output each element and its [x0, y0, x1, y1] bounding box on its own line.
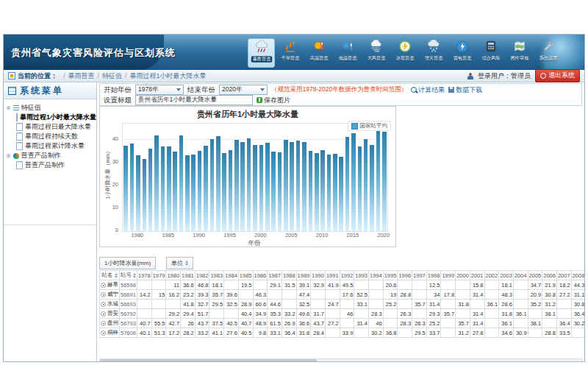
nav-item-drought[interactable]: 干旱普查: [276, 38, 304, 68]
menu-item-1h-max-precip[interactable]: 暴雨过程1小时最大降水量: [6, 113, 94, 122]
value-cell: 32.5: [224, 300, 239, 309]
row-expand-icon[interactable]: [101, 292, 106, 297]
value-cell: 40.4: [238, 309, 253, 319]
table-row: 水城5669341.832.729.532.528.960.644.632.52…: [100, 300, 585, 309]
nav-item-wind[interactable]: 大风普查: [362, 38, 390, 68]
value-cell: 41.8: [181, 300, 196, 309]
nav-item-lowtemp[interactable]: 低温普查: [334, 38, 361, 68]
row-expand-icon[interactable]: [101, 311, 106, 316]
table-row: 威宁5669114.21516.223.239.335.739.646.347.…: [100, 290, 585, 300]
expand-icon[interactable]: ⊕: [6, 153, 11, 159]
station-name-cell[interactable]: 桐梓: [100, 328, 120, 338]
breadcrumb-separator: /: [125, 72, 127, 79]
bar: [167, 146, 171, 231]
row-expand-icon[interactable]: [101, 330, 106, 336]
logout-button[interactable]: 退出系统: [535, 69, 580, 82]
station-id-header[interactable]: 站号: [120, 271, 137, 280]
value-cell: 28.3: [369, 309, 384, 319]
breadcrumb-label: 当前的位置：: [18, 71, 57, 81]
nav-item-hail[interactable]: 冰雹普查: [391, 38, 418, 68]
breadcrumb-item-rainstorm[interactable]: 暴雨普查: [68, 71, 95, 81]
value-cell: 35.7: [209, 290, 224, 300]
legend-label: 国家站平均: [360, 122, 388, 130]
value-cell: [484, 328, 499, 338]
menu-item-daily-max-precip[interactable]: 暴雨过程日最大降水量: [6, 122, 94, 132]
bar: [240, 142, 245, 231]
value-cell: 15: [151, 290, 166, 300]
value-cell: 36.4: [556, 319, 571, 328]
value-cell: 36.8: [383, 328, 398, 338]
row-expand-icon[interactable]: [101, 302, 106, 307]
value-cell: 28.2: [181, 328, 196, 338]
nav-item-snow[interactable]: 雪灾普查: [420, 38, 447, 68]
bar: [247, 138, 251, 231]
value-cell: 28.6: [499, 300, 514, 309]
bar: [265, 143, 270, 231]
nav-item-rainstorm[interactable]: 暴雨普查: [248, 38, 275, 68]
breadcrumb-item-current[interactable]: 暴雨过程1小时最大降水量: [130, 71, 207, 81]
value-cell: [383, 319, 398, 328]
filter-chip-unit[interactable]: 单位: [166, 257, 193, 269]
nav-item-map-review[interactable]: 图件审核: [506, 38, 533, 68]
station-name-cell[interactable]: 赫章: [100, 280, 120, 290]
save-image-button[interactable]: 保存图片: [257, 96, 290, 105]
table-body: 赫章565981136.646.818.119.529.131.539.132.…: [100, 280, 585, 338]
year-column-header: 1983: [209, 271, 224, 280]
value-cell: [456, 280, 470, 290]
breadcrumb-item-feature[interactable]: 特征值: [102, 71, 122, 81]
value-cell: 28.4: [311, 328, 326, 338]
scrollbar-thumb[interactable]: [100, 359, 317, 361]
nav-item-settings[interactable]: 系统设置: [534, 38, 562, 68]
station-name-cell[interactable]: 普安: [100, 309, 120, 319]
calculate-button[interactable]: 计算结果: [411, 85, 445, 95]
station-name-cell[interactable]: 盘州: [100, 319, 120, 328]
year-column-header: 2001: [470, 271, 484, 280]
value-cell: 30.8: [542, 290, 557, 300]
page-icon: [16, 142, 23, 150]
value-cell: [441, 328, 456, 338]
chart-title-input[interactable]: [135, 95, 253, 105]
year-column-header: 2003: [499, 271, 514, 280]
row-expand-icon[interactable]: [101, 283, 106, 288]
station-name-header[interactable]: 站名: [100, 271, 120, 280]
value-cell: 30.8: [571, 300, 584, 309]
year-column-header: 1980: [166, 271, 181, 280]
menu-group-product[interactable]: ⊕ 普查产品制作: [6, 151, 94, 160]
drought-icon: [283, 39, 298, 54]
value-cell: 61.5: [268, 319, 282, 328]
nav-item-lightning[interactable]: 雷电普查: [448, 38, 476, 68]
menu-item-product-making[interactable]: 普查产品制作: [6, 160, 94, 170]
value-cell: [484, 319, 499, 328]
start-year-select[interactable]: 1978年: [135, 85, 184, 95]
end-year-select[interactable]: 2020年: [219, 85, 268, 95]
bar: [309, 151, 313, 231]
nav-item-heat[interactable]: 高温普查: [305, 38, 332, 68]
row-expand-icon[interactable]: [101, 321, 106, 326]
download-button[interactable]: 数据下载: [448, 85, 482, 95]
menu-item-label: 暴雨过程1小时最大降水量: [20, 113, 96, 122]
station-name-cell[interactable]: 威宁: [100, 290, 120, 300]
nav-item-risk[interactable]: 综合风险: [477, 38, 504, 68]
menu-group-feature-values[interactable]: ⊕ 特征值: [6, 103, 94, 113]
expand-icon[interactable]: ⊕: [6, 105, 11, 111]
value-cell: 46.8: [195, 280, 209, 290]
nav-label: 低温普查: [338, 55, 356, 62]
value-cell: 31.4: [470, 309, 484, 319]
chart-legend[interactable]: 国家站平均: [348, 121, 392, 131]
value-cell: 40.7: [238, 319, 253, 328]
horizontal-scrollbar[interactable]: [99, 358, 583, 361]
bar: [351, 133, 356, 231]
value-cell: 44.6: [268, 300, 282, 309]
y-tick: 20: [112, 181, 118, 188]
map-review-icon: [512, 39, 527, 54]
value-cell: 32.7: [195, 300, 209, 309]
menu-item-accumulated-precip[interactable]: 暴雨过程累计降水量: [6, 141, 94, 151]
station-name-cell[interactable]: 水城: [100, 300, 120, 309]
filter-chip-precip[interactable]: 1小时降水量(mm): [99, 257, 156, 269]
menu-item-duration-days[interactable]: 暴雨过程持续天数: [6, 132, 94, 141]
bar: [370, 145, 374, 231]
value-cell: [325, 290, 340, 300]
top-banner: 贵州省气象灾害风险评估与区划系统 暴雨普查 干旱普查 高温普查: [4, 35, 584, 70]
bar: [210, 139, 215, 231]
snow-icon: [426, 39, 441, 54]
